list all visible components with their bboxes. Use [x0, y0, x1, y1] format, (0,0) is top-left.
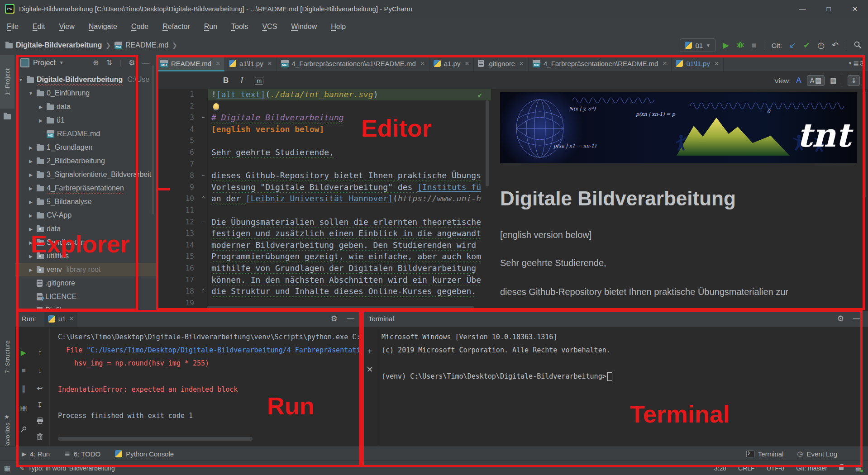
pin-tab-button[interactable]	[19, 426, 29, 435]
tree-item-Digitale-Bildverarbeitung[interactable]: ▼Digitale-BildverarbeitungC:\Use	[15, 73, 156, 86]
close-icon[interactable]: ✕	[464, 60, 469, 67]
tree-item-LICENCE[interactable]: LICENCE	[15, 290, 156, 304]
tree-expand-icon[interactable]: ▼	[18, 77, 24, 82]
hide-panel-button[interactable]: —	[853, 314, 861, 323]
new-session-button[interactable]: +	[365, 347, 374, 356]
background-tasks-icon[interactable]: ▦	[855, 464, 862, 472]
inspections-ok-icon[interactable]: ✔	[478, 91, 482, 99]
tree-expand-icon[interactable]: ▶	[28, 240, 34, 245]
tree-item-venv[interactable]: ▶venvlibrary root	[15, 263, 156, 276]
hide-panel-button[interactable]: —	[347, 314, 354, 323]
editor-tab-5[interactable]: .gitignore✕	[474, 55, 529, 71]
tree-expand-icon[interactable]: ▶	[38, 118, 44, 123]
tree-item-CV-App[interactable]: ▶CV-App	[15, 209, 156, 222]
tree-item-.gitignore[interactable]: .gitignore	[15, 276, 156, 290]
tree-item-0_Einf-hrung[interactable]: ▼0_Einführung	[15, 86, 156, 100]
restore-layout-button[interactable]: ▦	[19, 404, 29, 412]
tree-item-1_Grundlagen[interactable]: ▶1_Grundlagen	[15, 141, 156, 154]
close-session-button[interactable]: ✕	[365, 365, 374, 375]
fold-marker-icon[interactable]: −	[199, 216, 208, 228]
tree-item-5_Bildanalyse[interactable]: ▶5_Bildanalyse	[15, 195, 156, 209]
soft-wrap-button[interactable]: ↩	[35, 384, 45, 393]
tree-item-utilities[interactable]: ▶utilities	[15, 249, 156, 263]
editor-tab-6[interactable]: 4_Farbrepräsentationen\README.md✕	[529, 55, 672, 71]
editor-vertical-scrollbar[interactable]	[486, 100, 489, 186]
clear-console-button[interactable]	[35, 433, 45, 442]
close-icon[interactable]: ✕	[519, 60, 524, 67]
stop-button[interactable]: ■	[752, 41, 757, 49]
scroll-to-end-button[interactable]: ↧	[35, 401, 45, 409]
close-icon[interactable]: ✕	[267, 60, 272, 67]
close-icon[interactable]: ✕	[420, 60, 425, 67]
fold-marker-icon[interactable]: −	[199, 112, 208, 124]
auto-scroll-preview-button[interactable]: ↧	[848, 75, 860, 86]
menu-item-tools[interactable]: Tools	[231, 23, 248, 31]
search-everywhere-button[interactable]	[854, 41, 862, 50]
tree-expand-icon[interactable]: ▶	[28, 186, 34, 191]
git-history-button[interactable]: ◷	[817, 41, 825, 49]
view-split-button[interactable]: A▤	[807, 75, 825, 86]
close-icon[interactable]: ✕	[69, 315, 74, 322]
toolwindow-button-event-log[interactable]: ◷Event Log	[792, 448, 843, 460]
close-icon[interactable]: ✕	[714, 60, 719, 67]
intention-bulb-icon[interactable]	[213, 103, 219, 110]
editor-tab-4[interactable]: a1.py✕	[429, 55, 474, 71]
tool-window-switcher-icon[interactable]: ▦	[4, 464, 10, 472]
settings-gear-icon[interactable]: ⚙	[837, 314, 844, 323]
tree-expand-icon[interactable]: ▶	[28, 200, 34, 204]
tree-expand-icon[interactable]: ▶	[28, 213, 34, 218]
hidden-tabs-dropdown[interactable]: ▼≣3	[844, 55, 868, 71]
editor-tab-1[interactable]: README.md✕	[156, 55, 225, 71]
rerun-button[interactable]: ▶	[19, 348, 29, 357]
menu-item-window[interactable]: Window	[291, 23, 317, 31]
maximize-button[interactable]: □	[816, 0, 842, 18]
editor-horizontal-scrollbar[interactable]	[207, 306, 474, 309]
console-horizontal-scrollbar[interactable]	[58, 437, 253, 441]
tree-item-Pipfile[interactable]: Pipfile	[15, 304, 156, 311]
tree-item-Sandkasten[interactable]: ▶Sandkasten	[15, 236, 156, 249]
editor-tab-3[interactable]: 4_Farbrepräsentationen\a1\README.md✕	[277, 55, 429, 71]
close-icon[interactable]: ✕	[215, 60, 220, 67]
tree-expand-icon[interactable]: ▶	[28, 267, 34, 272]
terminal-output[interactable]: Microsoft Windows [Version 10.0.18363.13…	[382, 327, 866, 446]
menu-item-help[interactable]: Help	[331, 23, 346, 31]
down-stack-trace-button[interactable]: ↓	[35, 366, 45, 375]
collapse-all-button[interactable]: ⇅	[106, 58, 112, 67]
tree-expand-icon[interactable]: ▼	[28, 91, 34, 96]
view-preview-only-button[interactable]: ▤	[830, 76, 836, 85]
menu-item-run[interactable]: Run	[204, 23, 217, 31]
git-rollback-button[interactable]: ↶	[832, 41, 839, 49]
project-view-selector[interactable]: Project	[33, 59, 56, 67]
run-button[interactable]: ▶	[723, 41, 729, 49]
italic-button[interactable]: I	[240, 76, 243, 86]
tree-expand-icon[interactable]: ▶	[28, 145, 34, 150]
menu-item-file[interactable]: File	[7, 23, 19, 31]
pause-output-button[interactable]: ∥	[19, 384, 29, 393]
bold-button[interactable]: B	[223, 76, 229, 85]
git-commit-button[interactable]: ✔	[803, 41, 810, 49]
toolwindow-button-6-todo[interactable]: ≣6: TODO	[59, 448, 106, 460]
print-button[interactable]	[35, 418, 45, 426]
menu-item-refactor[interactable]: Refactor	[162, 23, 190, 31]
tree-item-4_Farbrepr-sentationen[interactable]: ▶4_Farbrepräsentationen	[15, 181, 156, 195]
tree-item--1[interactable]: ▶ü1	[15, 114, 156, 127]
menu-item-code[interactable]: Code	[131, 23, 148, 31]
tree-expand-icon[interactable]: ▶	[28, 172, 34, 177]
tree-item-data[interactable]: ▶data	[15, 100, 156, 114]
tree-expand-icon[interactable]: ▶	[28, 227, 34, 232]
toolwindow-button-python-console[interactable]: Python Console	[110, 448, 179, 460]
close-icon[interactable]: ✕	[662, 60, 667, 67]
breadcrumb-item[interactable]: README.md	[114, 41, 168, 49]
locate-file-button[interactable]: ⊕	[93, 58, 99, 67]
line-ending-indicator[interactable]: CRLF	[738, 465, 755, 472]
stop-button[interactable]: ■	[19, 366, 29, 375]
settings-gear-icon[interactable]: ⚙	[331, 314, 338, 323]
editor-tab-7[interactable]: ü1\l1.py✕	[672, 55, 723, 71]
encoding-indicator[interactable]: UTF-8	[767, 465, 785, 472]
editor-tab-2[interactable]: a1\l1.py✕	[225, 55, 277, 71]
hide-panel-button[interactable]: —	[142, 59, 149, 67]
sidebar-tab-structure[interactable]: 7: Structure	[4, 340, 11, 373]
caret-position[interactable]: 3:28	[714, 465, 726, 472]
fold-marker-icon[interactable]: ^	[199, 285, 208, 297]
tree-item-2_Bildbearbeitung[interactable]: ▶2_Bildbearbeitung	[15, 154, 156, 168]
